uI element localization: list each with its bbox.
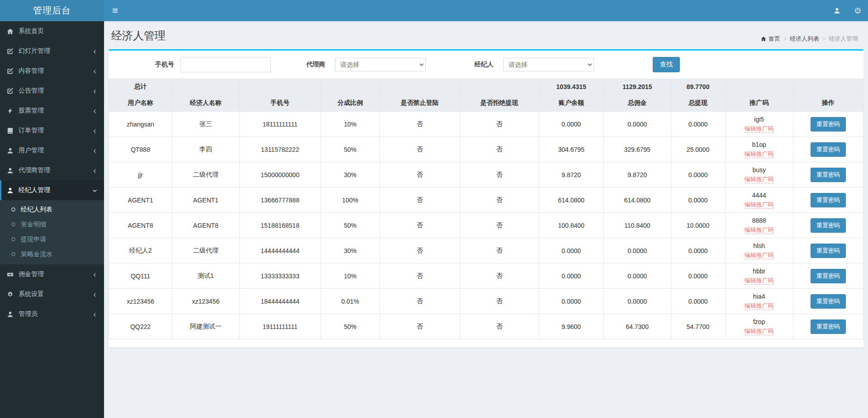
cell-promo: fzop 编辑推广码	[725, 314, 793, 339]
cell-username: AGENT8	[109, 213, 172, 238]
reset-password-button[interactable]: 重置密码	[811, 142, 846, 157]
sidebar-subitem-fund-details[interactable]: 资金明细	[0, 217, 104, 232]
brokers-table: 总计 1039.4315 1129.2015 89.7700 用户名称 经济人名…	[109, 79, 863, 339]
cell-username: xz123456	[109, 289, 172, 314]
promo-code: busy	[726, 166, 793, 174]
chevron-down-icon	[92, 187, 97, 194]
sidebar-item-commission[interactable]: 佣金管理	[0, 264, 104, 284]
phone-label: 手机号	[147, 61, 174, 69]
cell-promo: 4444 编辑推广码	[725, 188, 793, 213]
cell-forbid-login: 否	[379, 213, 460, 238]
sidebar-item-content[interactable]: 内容管理	[0, 61, 104, 81]
sidebar-item-settings[interactable]: 系统设置	[0, 284, 104, 304]
sidebar-item-home[interactable]: 系统首页	[0, 21, 104, 41]
edit-promo-link[interactable]: 编辑推广码	[745, 302, 774, 310]
cell-broker-name: 李四	[172, 137, 239, 162]
cell-commission: 110.8400	[604, 213, 671, 238]
col-actions: 操作	[793, 95, 863, 112]
sidebar-item-stocks[interactable]: 股票管理	[0, 101, 104, 121]
table-row: 经纪人2 二级代理 14444444444 30% 否 否 0.0000 0.0…	[109, 238, 863, 263]
table-row: QQ222 阿建测试一 19111111111 50% 否 否 9.9600 6…	[109, 314, 863, 339]
cell-phone: 18444444444	[239, 289, 321, 314]
top-navbar: 管理后台	[0, 0, 868, 21]
search-button[interactable]: 查找	[653, 57, 680, 72]
col-forbid-login: 是否禁止登陆	[379, 95, 460, 112]
cell-balance: 304.6795	[539, 137, 603, 162]
cell-refuse-withdraw: 否	[460, 112, 539, 137]
sidebar-item-announcement[interactable]: 公告管理	[0, 81, 104, 101]
user-menu-button[interactable]	[826, 0, 847, 21]
reset-password-button[interactable]: 重置密码	[811, 117, 846, 132]
edit-promo-link[interactable]: 编辑推广码	[745, 277, 774, 285]
sidebar-item-orders[interactable]: 订单管理	[0, 121, 104, 141]
col-commission: 总佣金	[604, 95, 671, 112]
cell-actions: 重置密码	[793, 188, 863, 213]
cell-refuse-withdraw: 否	[460, 238, 539, 263]
header-row: 用户名称 经济人名称 手机号 分成比例 是否禁止登陆 是否拒绝提现 账户余额 总…	[109, 95, 863, 112]
table-row: AGENT1 AGENT1 13666777888 100% 否 否 614.0…	[109, 188, 863, 213]
col-ratio: 分成比例	[321, 95, 379, 112]
breadcrumb-current: 经济人管理	[829, 35, 858, 43]
cell-refuse-withdraw: 否	[460, 137, 539, 162]
circle-icon	[11, 222, 16, 227]
home-icon	[761, 36, 766, 42]
reset-password-button[interactable]: 重置密码	[811, 168, 846, 182]
edit-promo-link[interactable]: 编辑推广码	[745, 150, 774, 159]
sidebar-item-brokers[interactable]: 经纪人管理	[0, 180, 104, 200]
sidebar-item-users[interactable]: 用户管理	[0, 141, 104, 160]
chevron-left-icon	[92, 167, 97, 174]
cell-promo: hbbr 编辑推广码	[725, 263, 793, 289]
cell-broker-name: 阿建测试一	[172, 314, 239, 339]
edit-promo-link[interactable]: 编辑推广码	[745, 251, 774, 260]
edit-promo-link[interactable]: 编辑推广码	[745, 201, 774, 209]
cell-username: QQ222	[109, 314, 172, 339]
cell-actions: 重置密码	[793, 263, 863, 289]
app-logo[interactable]: 管理后台	[0, 0, 104, 21]
agent-select[interactable]: 请选择	[335, 58, 426, 71]
table-row: zhangsan 张三 18111111111 10% 否 否 0.0000 0…	[109, 112, 863, 137]
cell-ratio: 50%	[321, 213, 379, 238]
reset-password-button[interactable]: 重置密码	[811, 218, 846, 233]
sidebar-subitem-withdraw-requests[interactable]: 提现申请	[0, 232, 104, 247]
cell-promo: 8888 编辑推广码	[725, 213, 793, 238]
table-row: AGENT8 AGENT8 15188168518 50% 否 否 100.84…	[109, 213, 863, 238]
logout-button[interactable]	[847, 0, 868, 21]
reset-password-button[interactable]: 重置密码	[811, 244, 846, 258]
totals-row: 总计 1039.4315 1129.2015 89.7700	[109, 79, 863, 95]
circle-icon	[11, 252, 16, 257]
cell-actions: 重置密码	[793, 162, 863, 188]
cell-balance: 0.0000	[539, 238, 603, 263]
sidebar-subitem-strategy-funds[interactable]: 策略金流水	[0, 247, 104, 262]
edit-promo-link[interactable]: 编辑推广码	[745, 226, 774, 235]
total-label: 总计	[109, 79, 172, 95]
reset-password-button[interactable]: 重置密码	[811, 319, 846, 334]
total-withdraw: 89.7700	[671, 79, 725, 95]
reset-password-button[interactable]: 重置密码	[811, 269, 846, 283]
reset-password-button[interactable]: 重置密码	[811, 193, 846, 207]
sidebar-subitem-label: 策略金流水	[21, 250, 52, 258]
total-balance: 1039.4315	[539, 79, 603, 95]
hamburger-icon	[112, 7, 119, 14]
edit-promo-link[interactable]: 编辑推广码	[745, 175, 774, 184]
sidebar-item-admin[interactable]: 管理员	[0, 304, 104, 324]
sidebar-item-label: 内容管理	[19, 67, 92, 75]
sidebar-toggle-button[interactable]	[104, 0, 126, 21]
cell-broker-name: 测试1	[172, 263, 239, 289]
sidebar-item-label: 代理商管理	[19, 166, 92, 174]
breadcrumb-home[interactable]: 首页	[768, 35, 780, 43]
breadcrumb-broker-list[interactable]: 经济人列表	[790, 35, 819, 43]
cell-withdraw: 0.0000	[671, 188, 725, 213]
phone-input[interactable]	[180, 57, 271, 72]
edit-promo-link[interactable]: 编辑推广码	[745, 125, 774, 133]
brokers-submenu: 经纪人列表 资金明细 提现申请 策略金流水	[0, 200, 104, 264]
broker-select[interactable]: 请选择	[503, 58, 594, 71]
cell-username: 经纪人2	[109, 238, 172, 263]
edit-promo-link[interactable]: 编辑推广码	[745, 327, 774, 336]
sidebar-item-agents[interactable]: 代理商管理	[0, 160, 104, 180]
sidebar-item-slides[interactable]: 幻灯片管理	[0, 41, 104, 61]
reset-password-button[interactable]: 重置密码	[811, 294, 846, 309]
sidebar-subitem-broker-list[interactable]: 经纪人列表	[0, 202, 104, 217]
power-icon	[854, 7, 861, 14]
cell-forbid-login: 否	[379, 112, 460, 137]
cell-promo: b1op 编辑推广码	[725, 137, 793, 162]
